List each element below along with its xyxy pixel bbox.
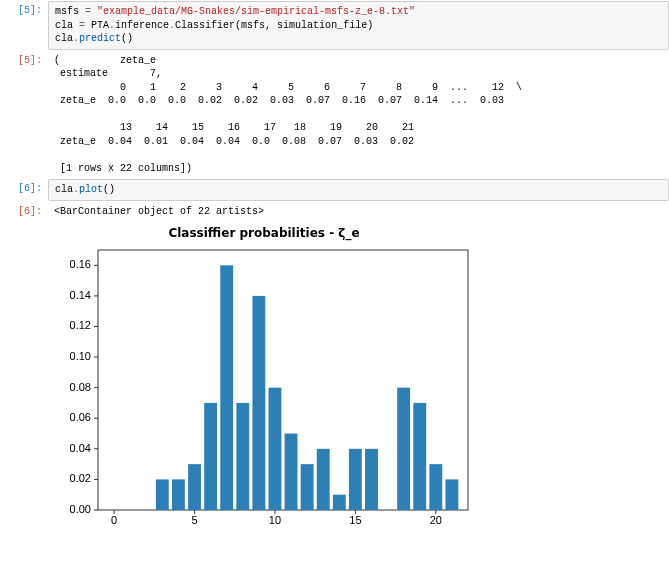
svg-text:0.12: 0.12 — [70, 319, 91, 331]
cell-in-6: [6]: cla.plot() — [0, 179, 669, 201]
code-token: msfs — [55, 6, 79, 17]
svg-text:0.02: 0.02 — [70, 472, 91, 484]
bar — [413, 403, 426, 510]
code-token: inference — [115, 20, 169, 31]
bar — [172, 479, 185, 510]
bar — [204, 403, 217, 510]
bar — [156, 479, 169, 510]
bar — [397, 388, 410, 510]
bar — [301, 464, 314, 510]
code-in-6[interactable]: cla.plot() — [48, 179, 669, 201]
code-token: plot — [79, 184, 103, 195]
code-token: = — [73, 20, 91, 31]
code-token: () — [103, 184, 115, 195]
bar — [445, 479, 458, 510]
bar — [220, 265, 233, 510]
prompt-out-6b — [0, 222, 48, 228]
bar-chart: 051015200.000.020.040.060.080.100.120.14… — [54, 244, 474, 534]
cell-in-5: [5]: msfs = "example_data/MG-Snakes/sim-… — [0, 1, 669, 50]
bar — [317, 449, 330, 510]
svg-text:15: 15 — [349, 514, 361, 526]
code-token: predict — [79, 33, 121, 44]
code-token: (msfs, simulation_file) — [235, 20, 373, 31]
bar — [349, 449, 362, 510]
code-token: cla — [55, 184, 73, 195]
cell-out-6: [6]: <BarContainer object of 22 artists> — [0, 202, 669, 222]
prompt-out-5: [5]: — [0, 51, 48, 68]
bar — [429, 464, 442, 510]
code-token: Classifier — [175, 20, 235, 31]
chart-container: Classiffier probabilities - ζ_e 05101520… — [48, 222, 480, 540]
svg-text:0.08: 0.08 — [70, 381, 91, 393]
svg-text:0.10: 0.10 — [70, 350, 91, 362]
code-token: cla — [55, 20, 73, 31]
code-token: "example_data/MG-Snakes/sim-empirical-ms… — [97, 6, 415, 17]
bar — [252, 296, 265, 510]
svg-text:10: 10 — [269, 514, 281, 526]
svg-text:0.00: 0.00 — [70, 503, 91, 515]
bar — [236, 403, 249, 510]
bar — [269, 388, 282, 510]
svg-text:0.04: 0.04 — [70, 442, 91, 454]
svg-text:0.16: 0.16 — [70, 258, 91, 270]
bar — [188, 464, 201, 510]
cell-out-5: [5]: ( zeta_e estimate 7, 0 1 2 3 4 5 6 … — [0, 51, 669, 179]
chart-title: Classiffier probabilities - ζ_e — [54, 226, 474, 240]
output-text-5: ( zeta_e estimate 7, 0 1 2 3 4 5 6 7 8 9… — [48, 51, 669, 179]
svg-text:0: 0 — [111, 514, 117, 526]
output-text-6: <BarContainer object of 22 artists> — [48, 202, 669, 222]
code-token: cla — [55, 33, 73, 44]
bar — [285, 434, 298, 510]
svg-text:20: 20 — [430, 514, 442, 526]
prompt-in-6: [6]: — [0, 179, 48, 196]
bar — [333, 495, 346, 510]
code-token: = — [79, 6, 97, 17]
svg-text:0.06: 0.06 — [70, 411, 91, 423]
code-token: PTA — [91, 20, 109, 31]
prompt-in-5: [5]: — [0, 1, 48, 18]
bar — [365, 449, 378, 510]
code-in-5[interactable]: msfs = "example_data/MG-Snakes/sim-empir… — [48, 1, 669, 50]
svg-text:0.14: 0.14 — [70, 289, 91, 301]
cell-out-6-figure: Classiffier probabilities - ζ_e 05101520… — [0, 222, 669, 540]
svg-text:5: 5 — [191, 514, 197, 526]
code-token: () — [121, 33, 133, 44]
prompt-out-6: [6]: — [0, 202, 48, 219]
svg-rect-0 — [98, 250, 468, 510]
